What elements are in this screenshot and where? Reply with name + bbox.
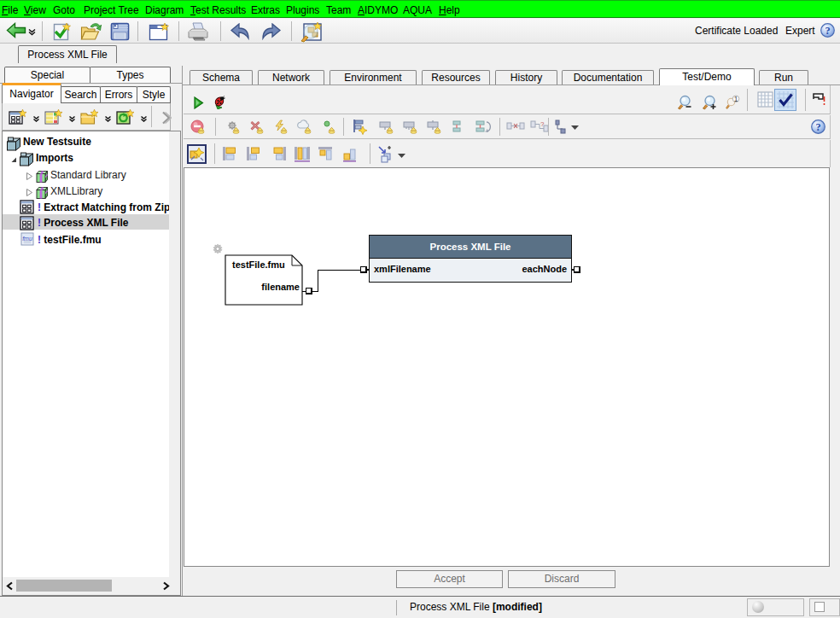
svg-text:?: ?: [540, 120, 545, 128]
svg-text:1: 1: [734, 95, 738, 103]
svg-text:?: ?: [825, 25, 830, 37]
svg-text:fmu: fmu: [22, 236, 32, 242]
svg-text:?: ?: [815, 121, 820, 133]
